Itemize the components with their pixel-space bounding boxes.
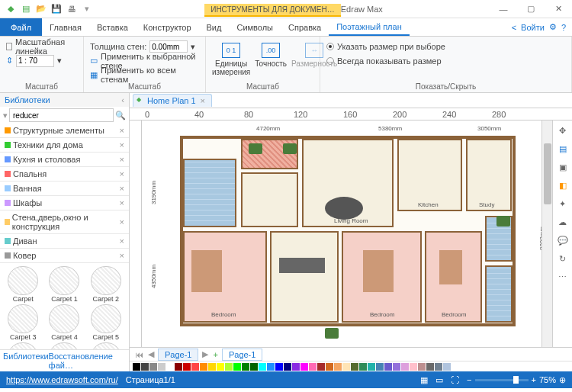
room-bath3[interactable] (485, 265, 513, 323)
color-swatch[interactable] (359, 363, 367, 371)
room-hall1[interactable] (241, 172, 298, 227)
color-swatch[interactable] (410, 363, 417, 371)
shape-item[interactable]: Carpet (3, 266, 43, 303)
plant1[interactable] (249, 143, 262, 154)
shape-item[interactable]: Carpet 4 (44, 304, 84, 341)
category-item[interactable]: Шкафы× (0, 196, 129, 210)
scale-ratio-input[interactable] (16, 55, 54, 67)
category-close-icon[interactable]: × (120, 236, 124, 246)
shape-item[interactable]: Carpet 1 (44, 266, 84, 303)
color-swatch[interactable] (309, 363, 317, 371)
plant4[interactable] (325, 328, 339, 339)
tab-view[interactable]: Вид (199, 18, 230, 36)
plant2[interactable] (283, 143, 297, 154)
color-swatch[interactable] (166, 363, 174, 371)
sofa[interactable] (279, 258, 325, 273)
category-item[interactable]: Кухня и столовая× (0, 153, 129, 167)
color-swatch[interactable] (267, 363, 275, 371)
tool-theme-icon[interactable]: ◧ (556, 178, 570, 192)
qat-more-icon[interactable]: ▾ (81, 3, 93, 15)
color-swatch[interactable] (225, 363, 233, 371)
tool-properties-icon[interactable]: ▤ (556, 142, 570, 156)
always-show-radio[interactable] (326, 57, 334, 65)
zoom-fit-icon[interactable]: ⊕ (559, 375, 566, 385)
color-swatch[interactable] (275, 363, 283, 371)
color-swatch[interactable] (259, 363, 266, 371)
shape-item[interactable]: Carpet 8 (86, 342, 126, 349)
qat-open-icon[interactable]: 📂 (35, 3, 47, 15)
color-swatch[interactable] (217, 363, 224, 371)
room-bath1[interactable] (183, 159, 236, 227)
wall-dropdown-icon[interactable]: ▾ (191, 42, 195, 52)
color-swatch[interactable] (435, 363, 442, 371)
color-swatch[interactable] (317, 363, 325, 371)
precision-button[interactable]: .00 (262, 43, 280, 58)
search-icon[interactable]: 🔍 (115, 111, 126, 120)
category-item[interactable]: Техники для дома× (0, 138, 129, 153)
minimize-button[interactable]: ― (490, 0, 517, 18)
category-close-icon[interactable]: × (120, 126, 124, 135)
floorplan[interactable]: 4720mm 5380mm 3050mm 3190mm 4350mm 8000m… (165, 136, 531, 342)
category-item[interactable]: Стена,дверь,окно и конструкция× (0, 210, 129, 234)
color-swatch[interactable] (326, 363, 333, 371)
bed2[interactable] (363, 250, 394, 292)
color-swatch[interactable] (384, 363, 392, 371)
color-swatch[interactable] (233, 363, 241, 371)
color-swatch[interactable] (300, 363, 308, 371)
color-swatch[interactable] (191, 363, 199, 371)
qat-save-icon[interactable]: 💾 (50, 3, 63, 15)
close-button[interactable]: ✕ (545, 0, 572, 18)
status-url[interactable]: https://www.edrawsoft.com/ru/ (6, 375, 118, 384)
color-swatch[interactable] (401, 363, 409, 371)
share-icon[interactable]: < (512, 23, 516, 32)
category-close-icon[interactable]: × (120, 169, 124, 178)
shape-item[interactable]: Carpet 6 (3, 342, 43, 349)
document-tab[interactable]: Home Plan 1× (133, 94, 212, 107)
color-swatch[interactable] (334, 363, 342, 371)
color-swatch[interactable] (284, 363, 291, 371)
page-tab-2[interactable]: Page-1 (222, 349, 262, 361)
category-close-icon[interactable]: × (120, 184, 124, 193)
file-menu[interactable]: Файл (0, 18, 42, 36)
apply-all-icon[interactable]: ▦ (90, 70, 98, 80)
shape-item[interactable]: Carpet 3 (3, 304, 43, 341)
category-item[interactable]: Структурные элементы× (0, 124, 129, 138)
color-swatch[interactable] (200, 363, 207, 371)
tab-floorplan[interactable]: Поэтажный план (329, 18, 410, 36)
help-icon[interactable]: ? (561, 23, 566, 32)
category-item[interactable]: Ковер× (0, 249, 129, 263)
shape-item[interactable]: Carpet 7 (44, 342, 84, 349)
apply-selected-icon[interactable]: ▭ (90, 56, 98, 66)
category-close-icon[interactable]: × (120, 198, 124, 207)
wall-thickness-input[interactable] (149, 40, 188, 53)
color-swatch[interactable] (149, 363, 157, 371)
page-tab-1[interactable]: Page-1 (158, 349, 198, 361)
color-swatch[interactable] (175, 363, 182, 371)
login-link[interactable]: Войти (521, 23, 545, 32)
show-on-select-radio[interactable] (326, 43, 334, 50)
footer-libraries[interactable]: Библиотеки (3, 352, 49, 370)
color-swatch[interactable] (443, 363, 451, 371)
category-close-icon[interactable]: × (120, 251, 124, 260)
color-swatch[interactable] (292, 363, 300, 371)
view-grid-icon[interactable]: ▦ (420, 375, 428, 385)
color-swatch[interactable] (133, 363, 140, 371)
units-button[interactable]: 0 1 (222, 43, 240, 58)
zoom-slider[interactable] (475, 379, 529, 381)
page-next-icon[interactable]: ▶ (200, 349, 210, 359)
scale-dropdown-icon[interactable]: ▾ (57, 56, 62, 66)
tab-insert[interactable]: Вставка (89, 18, 136, 36)
color-swatch[interactable] (368, 363, 375, 371)
tool-more-icon[interactable]: ⋯ (556, 270, 570, 284)
color-swatch[interactable] (158, 363, 165, 371)
drawing-canvas[interactable]: 4720mm 5380mm 3050mm 3190mm 4350mm 8000m… (142, 120, 541, 347)
view-page-icon[interactable]: ▭ (435, 375, 443, 385)
shape-item[interactable]: Carpet 2 (86, 266, 126, 303)
view-fit-icon[interactable]: ⛶ (451, 375, 459, 384)
color-swatch[interactable] (208, 363, 216, 371)
room-lounge[interactable] (270, 231, 339, 323)
color-swatch[interactable] (376, 363, 384, 371)
tool-layers-icon[interactable]: ▣ (556, 160, 570, 174)
dimension-button[interactable]: ↔ (305, 43, 323, 58)
color-swatch[interactable] (351, 363, 358, 371)
